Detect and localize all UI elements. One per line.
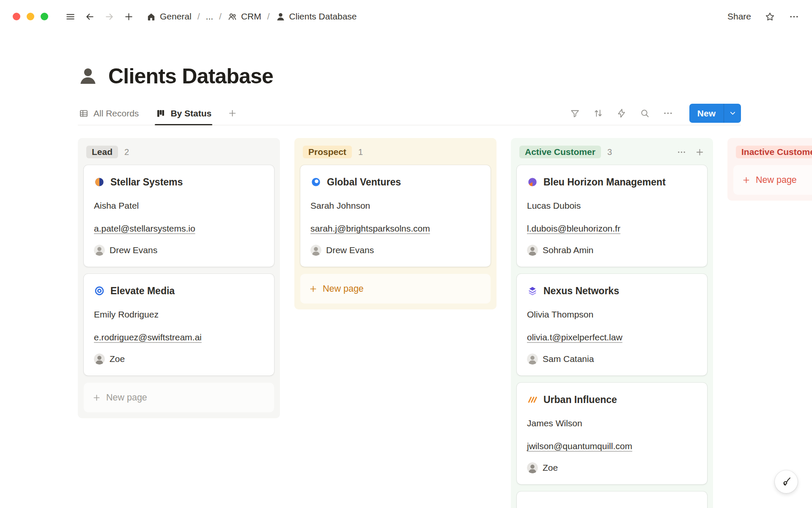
email-link[interactable]: a.patel@stellarsystems.io xyxy=(94,224,195,233)
breadcrumb-item-crm[interactable]: CRM xyxy=(225,10,264,23)
view-toolbar: New xyxy=(570,102,741,125)
back-button[interactable] xyxy=(82,9,97,24)
breadcrumb-label: General xyxy=(160,11,192,22)
new-page-button[interactable]: New page xyxy=(84,383,274,412)
owner-name: Sam Catania xyxy=(543,354,594,364)
breadcrumb-item-ellipsis[interactable]: ... xyxy=(203,10,216,23)
contact-name: Olivia Thompson xyxy=(527,309,697,320)
notion-window: { "colors": { "accent_blue": "#2383e2", … xyxy=(0,0,812,508)
add-view-button[interactable] xyxy=(228,108,237,118)
new-page-label: New page xyxy=(756,175,797,185)
breadcrumb-label: ... xyxy=(206,11,214,22)
status-badge-inactive-customer[interactable]: Inactive Customer xyxy=(736,146,812,158)
status-badge-active-customer[interactable]: Active Customer xyxy=(519,146,601,158)
filter-button[interactable] xyxy=(570,108,580,119)
close-window-button[interactable] xyxy=(13,13,20,20)
email-link[interactable]: olivia.t@pixelperfect.law xyxy=(527,332,623,342)
column-count: 2 xyxy=(124,147,129,157)
new-page-button[interactable]: New page xyxy=(300,274,491,304)
home-icon xyxy=(146,12,156,22)
view-bar: All Records By Status New xyxy=(78,102,741,125)
plus-icon xyxy=(695,147,705,157)
tab-label: By Status xyxy=(170,108,211,119)
new-page-label: New page xyxy=(106,392,147,403)
email-link[interactable]: e.rodriguez@swiftstream.ai xyxy=(94,332,202,342)
client-card-nexus-networks[interactable]: Nexus Networks Olivia Thompson olivia.t@… xyxy=(517,274,707,375)
client-card-global-ventures[interactable]: Global Ventures Sarah Johnson sarah.j@br… xyxy=(300,165,491,267)
owner-name: Zoe xyxy=(110,354,125,364)
column-lead: Lead 2 Stellar Systems Aisha Patel a.pat… xyxy=(78,138,280,418)
more-options-button[interactable] xyxy=(789,11,799,22)
owner-name: Zoe xyxy=(543,463,558,473)
ellipsis-icon xyxy=(663,108,673,119)
sort-button[interactable] xyxy=(593,108,604,119)
board-icon xyxy=(156,108,166,119)
company-name: Bleu Horizon Management xyxy=(543,175,666,189)
sidebar-toggle-button[interactable] xyxy=(63,9,78,24)
page-icon-person[interactable] xyxy=(78,66,98,86)
sort-arrows-icon xyxy=(593,108,604,119)
global-ventures-logo-icon xyxy=(310,177,321,188)
owner-name: Drew Evans xyxy=(326,245,374,255)
urban-influence-logo-icon xyxy=(527,394,538,405)
avatar xyxy=(94,353,105,364)
new-record-dropdown-button[interactable] xyxy=(724,104,741,123)
star-icon xyxy=(765,11,775,22)
column-count: 1 xyxy=(358,147,363,157)
tab-by-status[interactable]: By Status xyxy=(155,102,212,125)
client-card-partial[interactable] xyxy=(517,491,707,508)
new-tab-button[interactable] xyxy=(121,9,136,24)
share-button[interactable]: Share xyxy=(727,11,751,22)
minimize-window-button[interactable] xyxy=(27,13,34,20)
forward-button[interactable] xyxy=(102,9,117,24)
email-link[interactable]: l.dubois@bleuhorizon.fr xyxy=(527,224,620,233)
breadcrumb-item-general[interactable]: General xyxy=(144,10,194,23)
zoom-window-button[interactable] xyxy=(41,13,48,20)
new-page-button[interactable]: New page xyxy=(733,165,812,195)
ai-doodle-icon xyxy=(780,476,792,488)
search-button[interactable] xyxy=(639,108,650,119)
avatar xyxy=(527,245,538,256)
window-titlebar: General / ... / CRM / Clients Database S… xyxy=(0,0,812,33)
status-badge-prospect[interactable]: Prospect xyxy=(303,146,352,158)
avatar xyxy=(94,245,105,256)
client-card-bleu-horizon[interactable]: Bleu Horizon Management Lucas Dubois l.d… xyxy=(517,165,707,267)
breadcrumb-item-clients-database[interactable]: Clients Database xyxy=(273,10,359,23)
new-record-button-group: New xyxy=(689,104,741,123)
notion-ai-button[interactable] xyxy=(775,470,798,493)
company-name: Nexus Networks xyxy=(543,284,619,298)
person-icon xyxy=(276,12,285,22)
search-icon xyxy=(639,108,650,119)
new-record-button[interactable]: New xyxy=(689,104,724,123)
table-icon xyxy=(79,108,89,119)
client-card-stellar-systems[interactable]: Stellar Systems Aisha Patel a.patel@stel… xyxy=(84,165,274,267)
tab-label: All Records xyxy=(93,108,139,119)
email-link[interactable]: sarah.j@brightsparksolns.com xyxy=(310,224,430,233)
column-more-button[interactable] xyxy=(677,147,686,157)
column-inactive-customer: Inactive Customer New page xyxy=(727,138,812,201)
client-card-elevate-media[interactable]: Elevate Media Emily Rodriguez e.rodrigue… xyxy=(84,274,274,375)
arrow-left-icon xyxy=(85,11,95,22)
automation-button[interactable] xyxy=(616,108,627,119)
column-add-card-button[interactable] xyxy=(695,147,705,157)
bleu-horizon-logo-icon xyxy=(527,177,538,188)
column-count: 3 xyxy=(607,147,612,157)
view-more-button[interactable] xyxy=(663,108,673,119)
company-name: Elevate Media xyxy=(110,284,175,298)
new-page-label: New page xyxy=(323,284,364,294)
window-controls xyxy=(13,13,48,20)
status-badge-lead[interactable]: Lead xyxy=(86,146,118,158)
email-link[interactable]: jwilson@quantumquill.com xyxy=(527,441,632,451)
hamburger-icon xyxy=(65,11,76,22)
arrow-right-icon xyxy=(104,11,115,22)
page-title[interactable]: Clients Database xyxy=(108,64,273,89)
tab-all-records[interactable]: All Records xyxy=(78,102,140,125)
owner-name: Sohrab Amin xyxy=(543,245,593,255)
favorite-button[interactable] xyxy=(765,11,775,22)
breadcrumb-separator: / xyxy=(266,11,271,22)
nexus-networks-logo-icon xyxy=(527,285,538,296)
company-name: Global Ventures xyxy=(327,175,401,189)
column-prospect: Prospect 1 Global Ventures Sarah Johnson… xyxy=(294,138,497,309)
client-card-urban-influence[interactable]: Urban Influence James Wilson jwilson@qua… xyxy=(517,383,707,484)
company-name: Urban Influence xyxy=(543,393,617,406)
